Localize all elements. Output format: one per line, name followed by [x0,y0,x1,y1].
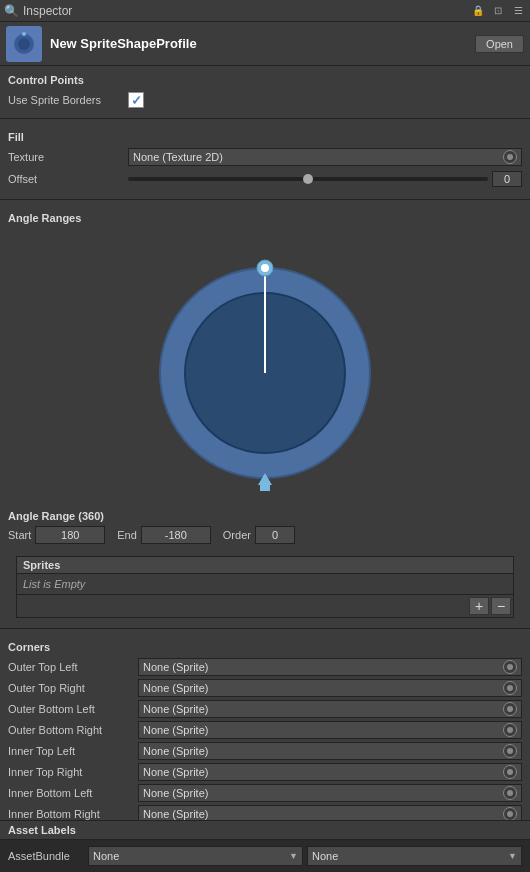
use-sprite-borders-row: Use Sprite Borders ✓ [8,90,522,110]
inspector-icon: 🔍 [4,4,19,18]
order-label: Order [223,529,251,541]
use-sprite-borders-label: Use Sprite Borders [8,94,128,106]
divider-3 [0,628,530,629]
checkbox-checkmark: ✓ [131,93,142,108]
corner-field-inner-top-right[interactable]: None (Sprite) [138,763,522,781]
svg-point-8 [261,264,269,272]
corner-label-outer-top-left: Outer Top Left [8,661,138,673]
sprites-header: Sprites [17,557,513,574]
offset-value[interactable]: 0 [492,171,522,187]
sprites-add-button[interactable]: + [469,597,489,615]
texture-select[interactable]: None (Texture 2D) [128,148,522,166]
title-bar-text: Inspector [23,4,72,18]
open-button[interactable]: Open [475,35,524,53]
end-label: End [117,529,137,541]
corner-value-inner-top-left: None (Sprite) [143,745,501,757]
corner-field-outer-top-left[interactable]: None (Sprite) [138,658,522,676]
corner-value-outer-top-right: None (Sprite) [143,682,501,694]
asset-bundle-arrow: ▼ [289,851,298,861]
sprites-empty-text: List is Empty [17,574,513,594]
lock-icon[interactable]: 🔒 [470,3,486,19]
settings-icon[interactable]: ☰ [510,3,526,19]
sprite-shape-icon [6,26,42,62]
start-input[interactable] [35,526,105,544]
corner-value-inner-bottom-left: None (Sprite) [143,787,501,799]
corner-dot-inner-bottom-right [503,807,517,821]
corner-field-outer-bottom-left[interactable]: None (Sprite) [138,700,522,718]
corner-row-inner-top-right: Inner Top Right None (Sprite) [8,762,522,782]
corner-row-outer-bottom-left: Outer Bottom Left None (Sprite) [8,699,522,719]
sprites-section-wrapper: Sprites List is Empty + − [0,550,530,624]
control-points-section: Control Points Use Sprite Borders ✓ [0,66,530,114]
corner-value-inner-top-right: None (Sprite) [143,766,501,778]
control-points-title: Control Points [8,74,522,86]
corner-label-inner-top-right: Inner Top Right [8,766,138,778]
angle-ranges-section: Angle Ranges [0,204,530,550]
sprites-remove-button[interactable]: − [491,597,511,615]
sprites-footer: + − [17,594,513,617]
corner-value-outer-top-left: None (Sprite) [143,661,501,673]
corner-field-inner-top-left[interactable]: None (Sprite) [138,742,522,760]
header-row: New SpriteShapeProfile Open [0,22,530,66]
svg-point-3 [22,32,26,36]
corner-field-outer-top-right[interactable]: None (Sprite) [138,679,522,697]
order-input[interactable] [255,526,295,544]
corners-section: Corners Outer Top Left None (Sprite) Out… [0,633,530,829]
asset-bundle-value: None [93,850,289,862]
circle-container [8,228,522,508]
maximize-icon[interactable]: ⊡ [490,3,506,19]
corner-row-outer-bottom-right: Outer Bottom Right None (Sprite) [8,720,522,740]
corner-dot-outer-top-left [503,660,517,674]
corner-dot-outer-bottom-left [503,702,517,716]
angle-range-title-text: Angle Range (360) [8,510,104,522]
angle-range-inputs-row: Start End Order [8,524,522,546]
corner-dot-inner-top-right [503,765,517,779]
texture-dot-inner [507,154,513,160]
use-sprite-borders-checkbox[interactable]: ✓ [128,92,144,108]
svg-marker-10 [260,483,270,491]
offset-row: Offset 0 [8,169,522,189]
texture-field-wrapper: None (Texture 2D) [128,148,522,166]
corner-row-outer-top-left: Outer Top Left None (Sprite) [8,657,522,677]
corner-row-outer-top-right: Outer Top Right None (Sprite) [8,678,522,698]
texture-label: Texture [8,151,128,163]
offset-slider-container: 0 [128,171,522,187]
corner-label-inner-top-left: Inner Top Left [8,745,138,757]
corner-dot-inner-bottom-left [503,786,517,800]
corner-value-outer-bottom-right: None (Sprite) [143,724,501,736]
corner-field-outer-bottom-right[interactable]: None (Sprite) [138,721,522,739]
sprites-section: Sprites List is Empty + − [16,556,514,618]
svg-point-2 [18,38,30,50]
offset-slider-thumb[interactable] [303,174,313,184]
offset-label: Offset [8,173,128,185]
asset-labels-title: Asset Labels [0,821,530,840]
angle-circle-svg [150,238,380,498]
angle-range-360-label: Angle Range (360) [8,508,522,524]
end-input[interactable] [141,526,211,544]
corner-row-inner-top-left: Inner Top Left None (Sprite) [8,741,522,761]
offset-field-wrapper: 0 [128,171,522,187]
start-label: Start [8,529,31,541]
asset-variant-arrow: ▼ [508,851,517,861]
corner-field-inner-bottom-left[interactable]: None (Sprite) [138,784,522,802]
asset-labels-section: Asset Labels AssetBundle None ▼ None ▼ [0,820,530,872]
corner-row-inner-bottom-left: Inner Bottom Left None (Sprite) [8,783,522,803]
corner-label-outer-bottom-left: Outer Bottom Left [8,703,138,715]
asset-labels-row: AssetBundle None ▼ None ▼ [0,840,530,872]
corner-label-inner-bottom-left: Inner Bottom Left [8,787,138,799]
asset-bundle-select[interactable]: None ▼ [88,846,303,866]
corner-label-inner-bottom-right: Inner Bottom Right [8,808,138,820]
asset-variant-select[interactable]: None ▼ [307,846,522,866]
corner-dot-outer-top-right [503,681,517,695]
main-content: Control Points Use Sprite Borders ✓ Fill… [0,66,530,846]
divider-1 [0,118,530,119]
texture-select-dot [503,150,517,164]
corner-label-outer-bottom-right: Outer Bottom Right [8,724,138,736]
circle-diagram[interactable] [150,238,380,498]
offset-slider-track[interactable] [128,177,488,181]
header-title: New SpriteShapeProfile [50,36,475,51]
corners-title: Corners [8,641,522,653]
corner-dot-inner-top-left [503,744,517,758]
title-bar: 🔍 Inspector 🔒 ⊡ ☰ [0,0,530,22]
angle-ranges-title: Angle Ranges [8,212,522,224]
